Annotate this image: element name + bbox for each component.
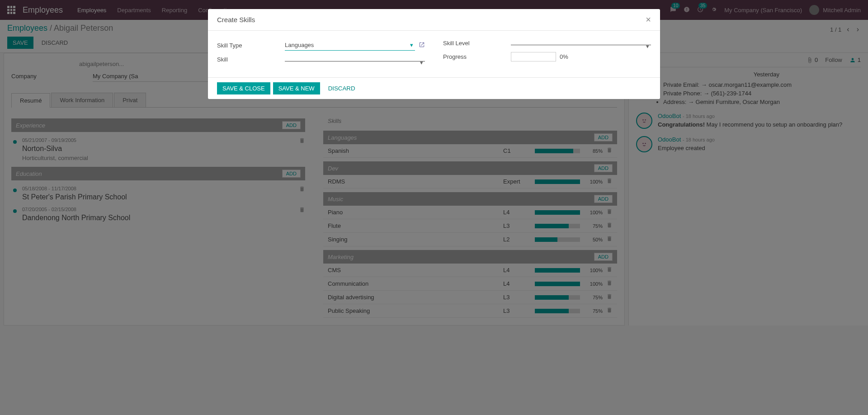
modal-title: Create Skills xyxy=(217,16,255,24)
save-new-button[interactable]: SAVE & NEW xyxy=(273,82,320,94)
create-skills-modal: Create Skills × Skill Type Languages ▾ S… xyxy=(208,9,660,99)
skill-type-input[interactable]: Languages ▾ xyxy=(285,40,415,51)
dropdown-icon: ▾ xyxy=(646,43,649,50)
progress-percent: 0% xyxy=(560,53,568,60)
modal-close-button[interactable]: × xyxy=(646,14,651,25)
skill-label: Skill xyxy=(217,56,285,63)
progress-input[interactable] xyxy=(511,52,556,61)
skill-level-input[interactable]: ▾ xyxy=(511,41,651,45)
save-close-button[interactable]: SAVE & CLOSE xyxy=(217,82,270,94)
skill-level-label: Skill Level xyxy=(443,40,511,47)
skill-input[interactable]: ▾ xyxy=(285,57,425,61)
skill-type-label: Skill Type xyxy=(217,42,285,49)
modal-discard-button[interactable]: DISCARD xyxy=(323,82,361,94)
external-link-icon[interactable] xyxy=(419,42,425,49)
dropdown-icon: ▾ xyxy=(410,42,413,48)
dropdown-icon: ▾ xyxy=(420,59,423,66)
progress-label: Progress xyxy=(443,53,511,60)
